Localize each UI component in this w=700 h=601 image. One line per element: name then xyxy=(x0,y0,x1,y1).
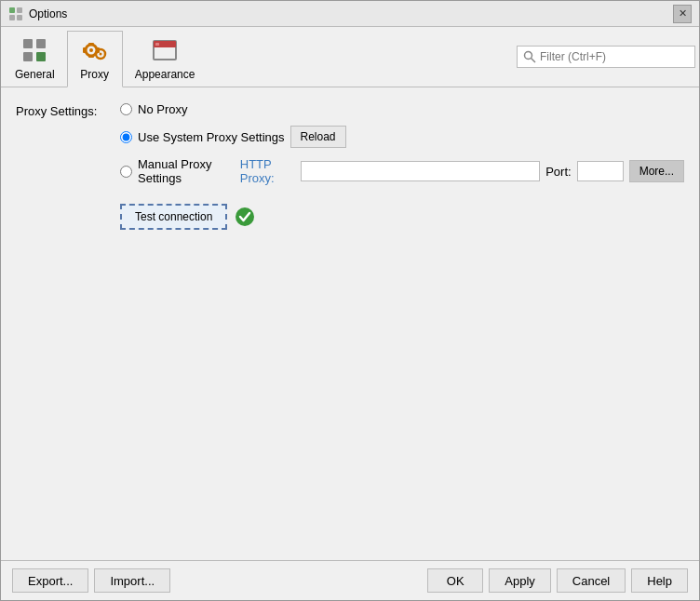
content-area: Proxy Settings: No Proxy Use System Prox… xyxy=(1,87,699,560)
footer-left: Export... Import... xyxy=(12,568,170,593)
toolbar-tabs: General xyxy=(5,31,205,87)
export-button[interactable]: Export... xyxy=(12,568,88,593)
port-input[interactable] xyxy=(577,161,624,181)
svg-rect-11 xyxy=(88,55,94,58)
svg-rect-4 xyxy=(23,39,33,48)
svg-point-9 xyxy=(89,48,93,52)
appearance-icon xyxy=(150,35,180,65)
svg-point-21 xyxy=(236,207,254,226)
import-button[interactable]: Import... xyxy=(94,568,170,593)
proxy-settings-row: Proxy Settings: No Proxy Use System Prox… xyxy=(16,102,684,185)
tab-appearance[interactable]: Appearance xyxy=(125,31,206,87)
svg-rect-0 xyxy=(9,7,15,13)
test-connection-row: Test connection xyxy=(120,204,684,230)
svg-rect-5 xyxy=(36,39,46,48)
svg-rect-3 xyxy=(17,15,22,20)
svg-line-20 xyxy=(532,59,536,63)
http-proxy-input[interactable] xyxy=(301,161,540,181)
svg-rect-10 xyxy=(88,43,94,46)
options-window: Options ✕ General xyxy=(0,0,700,601)
svg-point-19 xyxy=(525,52,532,60)
use-system-radio[interactable] xyxy=(120,131,132,143)
proxy-settings-label: Proxy Settings: xyxy=(16,102,109,118)
svg-rect-2 xyxy=(9,15,15,20)
search-icon xyxy=(523,50,536,63)
window-title: Options xyxy=(29,7,67,20)
use-system-row: Use System Proxy Settings Reload xyxy=(120,126,684,148)
footer: Export... Import... OK Apply Cancel Help xyxy=(1,560,699,600)
search-input[interactable] xyxy=(540,50,689,63)
footer-right: OK Apply Cancel Help xyxy=(427,568,688,593)
manual-proxy-label[interactable]: Manual Proxy Settings xyxy=(138,157,235,185)
tab-general-label: General xyxy=(15,68,55,81)
toolbar-right xyxy=(517,31,695,87)
manual-proxy-row: Manual Proxy Settings HTTP Proxy: Port: … xyxy=(120,157,684,185)
more-button[interactable]: More... xyxy=(629,160,684,182)
proxy-options: No Proxy Use System Proxy Settings Reloa… xyxy=(120,102,684,185)
manual-proxy-radio[interactable] xyxy=(120,166,132,178)
svg-rect-6 xyxy=(23,52,33,61)
no-proxy-radio[interactable] xyxy=(120,103,132,115)
svg-point-15 xyxy=(99,53,101,56)
cancel-button[interactable]: Cancel xyxy=(557,568,626,593)
no-proxy-label[interactable]: No Proxy xyxy=(138,102,187,116)
svg-rect-18 xyxy=(155,43,159,46)
tab-proxy[interactable]: Proxy xyxy=(67,31,123,87)
search-box[interactable] xyxy=(517,46,695,68)
port-label: Port: xyxy=(545,165,571,179)
title-bar-left: Options xyxy=(8,7,67,21)
tab-general[interactable]: General xyxy=(5,31,65,87)
help-button[interactable]: Help xyxy=(631,568,688,593)
toolbar: General xyxy=(1,27,699,87)
apply-button[interactable]: Apply xyxy=(489,568,551,593)
use-system-label[interactable]: Use System Proxy Settings xyxy=(138,130,285,144)
reload-button[interactable]: Reload xyxy=(290,126,346,148)
svg-rect-12 xyxy=(83,47,86,53)
close-button[interactable]: ✕ xyxy=(673,5,692,23)
no-proxy-row: No Proxy xyxy=(120,102,684,116)
test-connection-button[interactable]: Test connection xyxy=(120,204,227,230)
window-icon xyxy=(8,7,23,21)
general-icon xyxy=(20,35,49,65)
tab-appearance-label: Appearance xyxy=(135,68,195,81)
proxy-icon xyxy=(80,35,110,65)
svg-rect-1 xyxy=(17,7,22,13)
http-proxy-label: HTTP Proxy: xyxy=(240,157,295,185)
svg-rect-7 xyxy=(36,52,46,61)
success-icon xyxy=(235,207,255,227)
tab-proxy-label: Proxy xyxy=(80,68,109,81)
title-bar: Options ✕ xyxy=(1,1,699,27)
ok-button[interactable]: OK xyxy=(427,568,483,593)
